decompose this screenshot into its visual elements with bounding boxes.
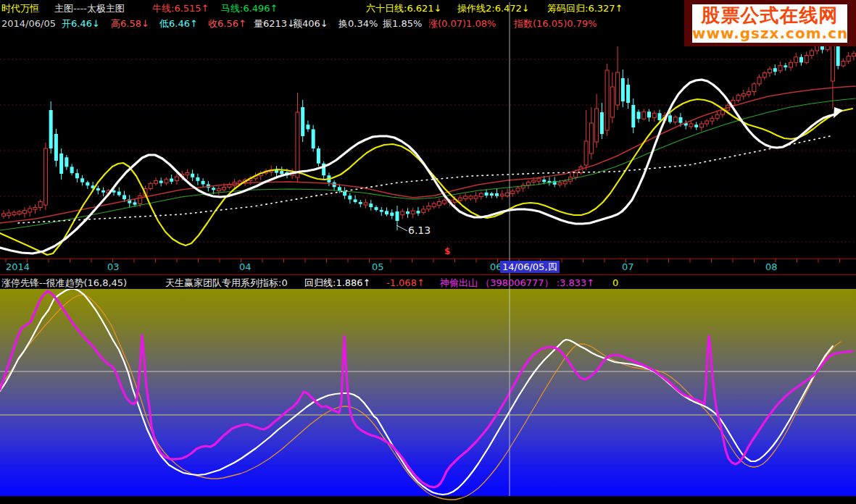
candle-body [432, 203, 436, 207]
candle-body [516, 188, 520, 191]
candle-body [831, 45, 834, 81]
candle-body [469, 196, 473, 198]
candle-body [741, 93, 745, 96]
candle-body [678, 117, 682, 123]
candle-body [799, 57, 803, 63]
chart-canvas[interactable] [0, 0, 856, 504]
candle-body [762, 73, 766, 77]
candle-body [364, 203, 367, 205]
candle-body [86, 182, 89, 186]
logo-white-card: 股票公式在线网 www.gszx.com.cn [692, 4, 847, 43]
candle-body [312, 130, 315, 149]
candle-body [170, 179, 173, 182]
candle-body [122, 195, 126, 199]
candle-body [511, 191, 515, 194]
candle-body [705, 121, 709, 124]
candle-body [537, 179, 541, 182]
ma-line-white [0, 80, 835, 253]
candle-body [699, 124, 703, 127]
candle-body [479, 193, 483, 197]
candle-body [605, 70, 609, 130]
candle-body [637, 112, 641, 119]
candle-body [616, 72, 620, 105]
candle-body [652, 113, 656, 117]
candle-body [589, 123, 593, 154]
candle-body [658, 113, 662, 120]
candle-body [186, 172, 189, 175]
logo-title: 股票公式在线网 [692, 4, 847, 26]
candle-body [610, 87, 614, 117]
dotted-support-line [18, 135, 834, 223]
candle-body [59, 154, 63, 174]
candle-body [642, 112, 646, 119]
candle-body [401, 211, 404, 215]
candle-body [348, 196, 352, 199]
candle-body [165, 180, 168, 183]
candle-body [794, 57, 798, 63]
candle-body [117, 192, 121, 196]
candle-body [826, 46, 829, 49]
candle-body [527, 182, 531, 185]
candle-body [375, 207, 378, 210]
main-gridlines [0, 59, 856, 242]
ma-white-arrowhead [834, 107, 843, 118]
candle-body [223, 187, 226, 190]
candle-body [485, 193, 489, 196]
candle-body [396, 211, 399, 221]
logo-url[interactable]: www.gszx.com.cn [692, 26, 847, 41]
sub-line-magenta [0, 291, 852, 487]
candle-body [474, 196, 478, 198]
candle-body [380, 210, 383, 212]
candle-body [506, 193, 510, 196]
annotation-callout-line [396, 225, 407, 231]
candle-body [280, 171, 283, 174]
candle-body [805, 55, 808, 62]
candle-body [773, 68, 777, 72]
candle-body [427, 206, 431, 209]
candle-body [343, 191, 346, 196]
candle-body [354, 199, 357, 202]
candle-body [631, 105, 635, 127]
candle-body [149, 183, 152, 188]
candle-body [842, 62, 845, 66]
candle-body [133, 202, 137, 204]
time-axis[interactable] [0, 259, 856, 275]
sub-indicator-chart[interactable] [0, 288, 856, 500]
candle-body [757, 77, 761, 84]
candle-body [720, 110, 724, 114]
candle-body [17, 211, 21, 214]
candle-body [810, 51, 813, 55]
candle-body [784, 65, 787, 67]
candle-body [306, 125, 309, 129]
candle-body [532, 180, 536, 182]
candle-body [296, 112, 299, 177]
candle-body [464, 196, 468, 199]
candle-body [747, 92, 751, 95]
candle-body [847, 56, 850, 62]
candle-body [43, 148, 47, 205]
sub-line-white [0, 288, 833, 495]
candlestick-series [2, 40, 856, 230]
candle-body [789, 62, 793, 67]
candle-body [542, 180, 546, 182]
candle-body [390, 213, 394, 217]
candle-body [437, 201, 441, 205]
candle-body [694, 125, 698, 127]
candle-body [836, 45, 840, 66]
candle-body [710, 118, 714, 121]
candle-body [558, 182, 562, 185]
candle-body [416, 211, 420, 214]
candle-body [595, 109, 599, 142]
candle-body [28, 209, 32, 212]
candle-body [65, 157, 68, 167]
candle-body [7, 213, 11, 216]
candle-body [301, 107, 304, 136]
candle-body [317, 148, 320, 164]
candle-body [668, 115, 672, 122]
candle-body [406, 211, 410, 214]
candle-body [673, 117, 677, 122]
candle-body [500, 194, 504, 196]
candle-body [411, 211, 415, 214]
candle-body [201, 181, 205, 185]
candle-body [212, 188, 215, 190]
